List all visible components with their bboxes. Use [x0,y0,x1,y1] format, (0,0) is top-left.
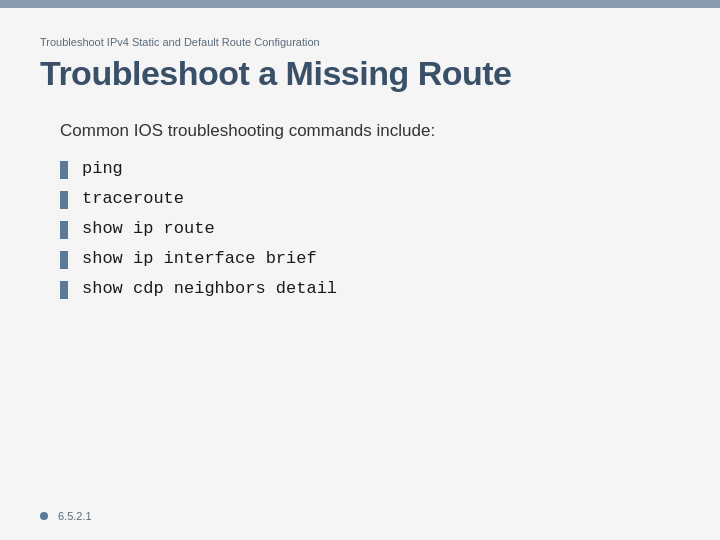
bullet-text: traceroute [82,189,184,208]
intro-text: Common IOS troubleshooting commands incl… [60,121,680,141]
slide: Troubleshoot IPv4 Static and Default Rou… [0,0,720,540]
dot-indicator [40,512,48,520]
bullet-text: show ip route [82,219,215,238]
list-item: show ip interface brief [60,249,680,269]
breadcrumb: Troubleshoot IPv4 Static and Default Rou… [40,36,680,48]
bullet-marker [60,221,68,239]
bullet-text: show cdp neighbors detail [82,279,337,298]
bullet-marker [60,161,68,179]
bottom-area: 6.5.2.1 [40,510,92,522]
content-area: Troubleshoot IPv4 Static and Default Rou… [0,8,720,329]
top-bar [0,0,720,8]
slide-number: 6.5.2.1 [58,510,92,522]
bullet-text: ping [82,159,123,178]
bullet-marker [60,251,68,269]
list-item: show ip route [60,219,680,239]
list-item: ping [60,159,680,179]
list-item: traceroute [60,189,680,209]
bullet-marker [60,281,68,299]
list-item: show cdp neighbors detail [60,279,680,299]
bullet-text: show ip interface brief [82,249,317,268]
bullet-list: ping traceroute show ip route show ip in… [60,159,680,299]
slide-title: Troubleshoot a Missing Route [40,54,680,93]
bullet-marker [60,191,68,209]
